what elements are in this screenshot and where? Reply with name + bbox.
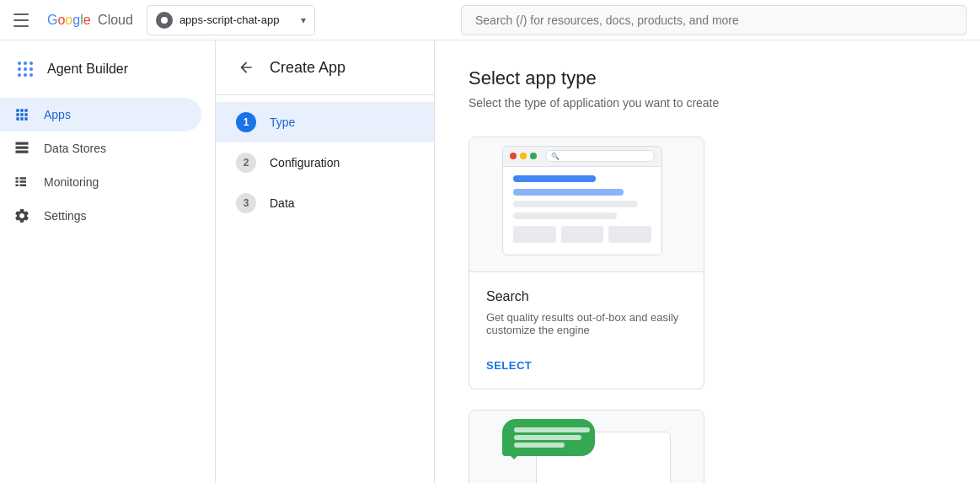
search-card-desc: Get quality results out-of-box and easil… [486, 311, 687, 345]
sidebar-item-settings[interactable]: Settings [0, 199, 201, 233]
step-number-3: 3 [236, 193, 256, 213]
sidebar-item-data-stores[interactable]: Data Stores [0, 131, 201, 165]
sidebar-item-apps-label: Apps [44, 108, 71, 121]
topbar: Google Cloud apps-script-chat-app ▾ [0, 0, 980, 40]
step-number-2: 2 [236, 153, 256, 173]
search-card-body: Search Get quality results out-of-box an… [469, 272, 704, 389]
result-line-2 [513, 189, 624, 196]
sidebar-title: Agent Builder [47, 62, 128, 77]
settings-icon [13, 207, 30, 224]
sidebar-item-data-stores-label: Data Stores [44, 142, 106, 155]
bubble-lines-green [514, 427, 583, 448]
search-select-button[interactable]: SELECT [486, 359, 532, 372]
browser-bar: 🔍 [503, 147, 661, 167]
sidebar-item-settings-label: Settings [44, 209, 87, 223]
sidebar-nav: Apps Data Stores Monitoring [0, 98, 215, 233]
svg-point-8 [29, 73, 33, 77]
browser-search-bar: 🔍 [545, 150, 655, 162]
step-label-type: Type [270, 115, 295, 129]
search-illus: 🔍 [502, 146, 671, 264]
apps-icon [13, 106, 30, 123]
step-item-type[interactable]: 1 Type [216, 102, 434, 142]
chat-illus [502, 419, 671, 484]
main-panel: Select app type Select the type of appli… [435, 40, 980, 483]
svg-point-5 [29, 67, 33, 71]
bubble-line-1 [514, 427, 590, 432]
chat-illustration [469, 411, 704, 483]
svg-point-0 [18, 62, 21, 65]
search-icon-small: 🔍 [551, 153, 560, 160]
svg-point-2 [29, 62, 33, 65]
bubble-line-2 [514, 435, 581, 440]
monitoring-icon [13, 174, 30, 191]
panel-title: Select app type [469, 67, 946, 89]
step-item-data[interactable]: 3 Data [216, 183, 434, 223]
chat-bubble-green [502, 419, 595, 456]
block-3 [608, 226, 651, 243]
svg-point-6 [18, 73, 21, 77]
project-name: apps-script-chat-app [179, 13, 294, 26]
search-illustration: 🔍 [469, 137, 704, 272]
sidebar-item-monitoring[interactable]: Monitoring [0, 165, 201, 199]
project-icon [156, 12, 173, 29]
menu-icon[interactable] [13, 10, 34, 30]
main-layout: Agent Builder Apps Data Stores [0, 40, 980, 483]
svg-point-3 [18, 67, 21, 71]
back-button[interactable] [233, 54, 260, 81]
browser-body [503, 167, 661, 251]
sidebar: Agent Builder Apps Data Stores [0, 40, 216, 483]
agent-builder-icon [13, 57, 37, 81]
content-area: Create App 1 Type 2 Configuration 3 Data [216, 40, 980, 483]
panel-subtitle: Select the type of application you want … [469, 96, 946, 110]
data-stores-icon [13, 140, 30, 157]
result-blocks [513, 226, 651, 243]
block-2 [561, 226, 604, 243]
sidebar-header: Agent Builder [0, 47, 215, 91]
search-input[interactable] [461, 5, 967, 35]
steps-list: 1 Type 2 Configuration 3 Data [216, 95, 434, 230]
topbar-left: Google Cloud apps-script-chat-app ▾ [13, 5, 315, 35]
svg-point-7 [24, 73, 27, 77]
svg-point-4 [24, 67, 27, 71]
step-item-configuration[interactable]: 2 Configuration [216, 142, 434, 183]
sidebar-item-monitoring-label: Monitoring [44, 175, 99, 189]
chevron-down-icon: ▾ [301, 14, 306, 26]
project-selector[interactable]: apps-script-chat-app ▾ [147, 5, 315, 35]
bubble-line-3 [514, 443, 565, 448]
step-number-1: 1 [236, 112, 256, 132]
search-card[interactable]: 🔍 [469, 137, 704, 389]
browser-dot-green [530, 153, 537, 159]
browser-window: 🔍 [502, 146, 662, 255]
browser-dot-yellow [520, 153, 527, 159]
chat-card[interactable]: Chat Answer complex questions out-of-the… [469, 410, 704, 483]
browser-dot-red [510, 153, 517, 159]
sidebar-item-apps[interactable]: Apps [0, 98, 201, 131]
step-label-data: Data [270, 196, 295, 210]
result-line-3 [513, 201, 638, 207]
google-cloud-logo: Google Cloud [47, 13, 133, 28]
steps-panel: Create App 1 Type 2 Configuration 3 Data [216, 40, 435, 483]
svg-point-1 [24, 62, 27, 65]
result-line-1 [513, 175, 596, 182]
block-1 [513, 226, 556, 243]
search-card-title: Search [486, 289, 687, 304]
result-line-4 [513, 212, 617, 219]
search-bar[interactable] [461, 5, 967, 35]
steps-panel-title: Create App [270, 59, 345, 77]
steps-header: Create App [216, 40, 434, 95]
cards-row: 🔍 [469, 137, 946, 483]
step-label-configuration: Configuration [270, 156, 340, 169]
